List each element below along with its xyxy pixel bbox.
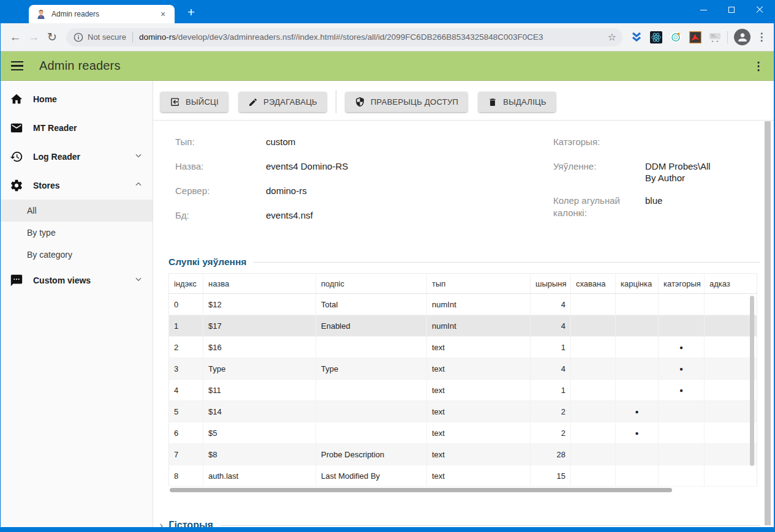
extension-disabled-icon[interactable]: [708, 31, 721, 43]
field-label: Бд:: [175, 209, 266, 223]
url-text[interactable]: domino-rs/develop/dev3/adminreaders.nsf/…: [139, 32, 603, 42]
minimize-button[interactable]: [689, 0, 717, 20]
close-icon: [756, 6, 763, 13]
table-row[interactable]: 0$12 TotalnumInt 4: [169, 294, 757, 315]
col-header-category[interactable]: катэгорыя: [659, 274, 705, 294]
sidebar-item-mt-reader[interactable]: MT Reader: [0, 113, 153, 142]
app-overflow-menu-icon[interactable]: ⋮: [753, 59, 764, 73]
delete-button[interactable]: ВЫДАЛІЦЬ: [478, 92, 556, 112]
close-button[interactable]: [746, 0, 774, 20]
button-divider: [336, 90, 336, 113]
sidebar-item-home[interactable]: Home: [0, 84, 153, 113]
sidebar-item-label: Home: [33, 94, 57, 104]
sidebar-subitem-all[interactable]: All: [0, 200, 153, 222]
section-divider: [221, 525, 760, 526]
security-status[interactable]: Not secure: [88, 32, 126, 42]
sidebar-item-label: Custom views: [33, 275, 91, 285]
url-path: /develop/dev3/adminreaders.nsf//index.ht…: [176, 32, 543, 42]
check-access-button-label: ПРАВЕРЫЦЬ ДОСТУП: [371, 97, 458, 107]
field-type: Тып: custom: [175, 136, 532, 149]
chat-icon: [9, 273, 24, 288]
sidebar-item-stores[interactable]: Stores: [0, 171, 153, 200]
field-label: Колер агульнай калонкі:: [553, 195, 645, 219]
field-label: Сервер:: [175, 185, 266, 198]
sidebar-subitem-by-type[interactable]: By type: [0, 222, 153, 244]
col-header-caption[interactable]: подпіс: [316, 274, 427, 294]
sidebar-subitem-by-category[interactable]: By category: [0, 244, 153, 266]
extension-acrobat-icon[interactable]: [689, 31, 701, 43]
maximize-button[interactable]: [717, 0, 746, 20]
window-border: [0, 527, 775, 532]
col-header-width[interactable]: шырыня: [531, 274, 571, 294]
col-header-picture[interactable]: карцінка: [616, 274, 659, 294]
minimize-icon: [700, 10, 707, 10]
mail-icon: [9, 121, 24, 135]
browser-toolbar: ← → ↻ Not secure domino-rs/develop/dev3/…: [0, 23, 775, 51]
col-header-name[interactable]: назва: [203, 274, 316, 294]
extension-react-icon[interactable]: [649, 31, 662, 43]
sidebar-item-log-reader[interactable]: Log Reader: [0, 142, 153, 171]
tab-favicon-icon: [36, 9, 46, 19]
trash-icon: [488, 97, 497, 107]
table-horizontal-scrollbar[interactable]: [168, 488, 757, 493]
field-value: custom: [266, 136, 295, 149]
sidebar: Home MT Reader Log Reader: [0, 81, 153, 527]
table-row[interactable]: 6$5 text 2 ●: [169, 422, 757, 444]
chevron-down-icon: [134, 275, 143, 286]
exit-button[interactable]: ВЫЙСЦІ: [161, 92, 228, 112]
tab-title: Admin readers: [51, 10, 157, 18]
field-db: Бд: events4.nsf: [175, 209, 532, 223]
tab-strip: Admin readers × +: [0, 0, 775, 23]
browser-tab[interactable]: Admin readers ×: [29, 5, 175, 23]
back-button[interactable]: ←: [6, 28, 25, 47]
page-vertical-scrollbar[interactable]: [765, 121, 771, 525]
col-header-response[interactable]: адказ: [705, 274, 757, 294]
url-host: domino-rs: [139, 32, 176, 42]
reload-button[interactable]: ↻: [43, 28, 61, 47]
info-icon[interactable]: [74, 32, 83, 42]
table-header-row: індэкс назва подпіс тып шырыня схавана к…: [169, 274, 757, 294]
table-row[interactable]: 8auth.last Last Modified Bytext 15: [169, 465, 757, 487]
new-tab-button[interactable]: +: [183, 4, 200, 21]
columns-section-title: Слупкі уяўлення: [168, 257, 246, 268]
forward-button[interactable]: →: [25, 28, 43, 47]
delete-button-label: ВЫДАЛІЦЬ: [503, 97, 546, 107]
bookmark-star-icon[interactable]: ☆: [608, 31, 616, 43]
toolbar-divider: [727, 31, 728, 43]
col-header-hidden[interactable]: схавана: [571, 274, 616, 294]
window-controls: [689, 0, 774, 20]
field-label: Назва:: [175, 160, 266, 174]
extension-orbit-icon[interactable]: [669, 31, 682, 43]
history-icon: [9, 149, 24, 164]
store-details: Тып: custom Назва: events4 Domino-RS Сер…: [153, 136, 775, 234]
table-row[interactable]: 1$17 EnablednumInt 4: [169, 315, 757, 337]
edit-button[interactable]: РЭДАГАВАЦЬ: [239, 92, 327, 112]
check-access-button[interactable]: ПРАВЕРЫЦЬ ДОСТУП: [346, 92, 467, 112]
browser-menu-icon[interactable]: ⋮: [754, 31, 769, 43]
pencil-icon: [248, 97, 258, 107]
table-vertical-scrollbar[interactable]: [750, 296, 754, 466]
scrollbar-thumb[interactable]: [170, 488, 672, 492]
sidebar-item-label: Stores: [33, 181, 60, 190]
col-header-index[interactable]: індэкс: [169, 274, 203, 294]
columns-section-header: Слупкі уяўлення: [168, 257, 760, 268]
document-scroll-area: Тып: custom Назва: events4 Domino-RS Сер…: [153, 121, 775, 531]
menu-hamburger-icon[interactable]: [11, 61, 23, 71]
table-row[interactable]: 2$16 text 1 ●: [169, 337, 757, 358]
home-icon: [9, 92, 24, 107]
address-bar[interactable]: Not secure domino-rs/develop/dev3/adminr…: [66, 28, 622, 47]
sidebar-item-custom-views[interactable]: Custom views: [0, 266, 153, 294]
table-row[interactable]: 4$11 text 1 ●: [169, 380, 757, 401]
table-row[interactable]: 5$14 text 2 ●: [169, 401, 757, 422]
table-row[interactable]: 3Type Typetext 4 ●: [169, 358, 757, 380]
tab-close-icon[interactable]: ×: [157, 9, 168, 20]
omnibox-divider: [132, 32, 133, 42]
col-header-type[interactable]: тып: [427, 274, 531, 294]
content-area: ВЫЙСЦІ РЭДАГАВАЦЬ ПРАВЕРЫЦЬ ДОСТУП ВЫДАЛ…: [153, 81, 775, 527]
window-border: [0, 0, 1, 532]
profile-avatar[interactable]: [734, 29, 750, 45]
table-row[interactable]: 7$8 Probe Descriptiontext 28: [169, 444, 757, 465]
edit-button-label: РЭДАГАВАЦЬ: [263, 97, 317, 107]
extension-chevrons-icon[interactable]: [630, 31, 643, 43]
chevron-down-icon: [134, 151, 143, 162]
